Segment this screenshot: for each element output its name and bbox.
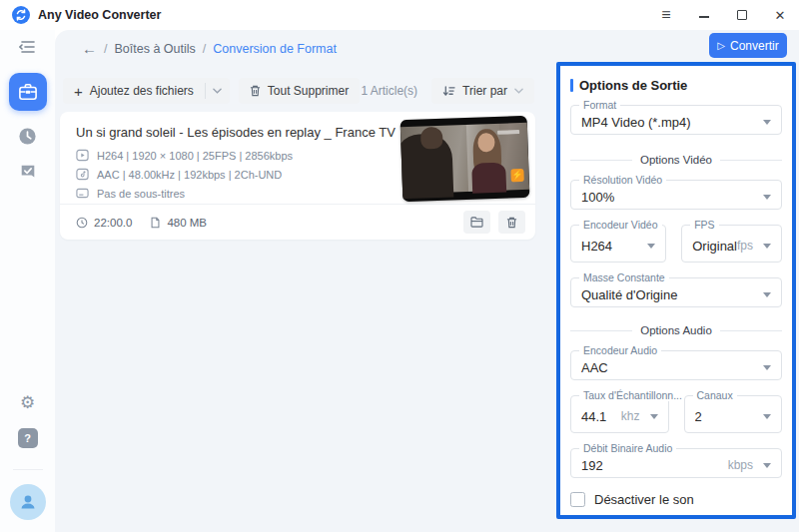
breadcrumb-separator: / <box>203 42 206 56</box>
open-folder-button[interactable] <box>463 211 490 234</box>
app-title: Any Video Converter <box>38 8 161 22</box>
app-logo-icon <box>12 6 30 24</box>
duration-item: 22:00.0 <box>76 217 132 229</box>
chevron-down-icon <box>763 195 771 200</box>
add-files-chevron-icon[interactable] <box>206 78 230 104</box>
file-card-footer: 22:00.0 480 MB <box>60 204 535 240</box>
chevron-down-icon <box>763 414 771 419</box>
fps-unit: fps <box>737 239 753 253</box>
add-files-button[interactable]: + Ajoutez des fichiers <box>63 78 205 104</box>
breadcrumb-item-conversion[interactable]: Conversion de Format <box>213 42 337 56</box>
plus-icon: + <box>74 83 83 100</box>
sidebar-collapse-icon[interactable] <box>19 40 37 57</box>
audio-icon <box>76 168 89 181</box>
chevron-down-icon <box>763 365 771 370</box>
breadcrumb-item-toolbox[interactable]: Boîtes à Outils <box>114 42 195 56</box>
maximize-icon[interactable] <box>735 8 749 22</box>
channels-select[interactable]: Canaux 2 <box>684 395 783 433</box>
video-encoder-select[interactable]: Encodeur Vidéo H264 <box>570 225 666 263</box>
sort-button[interactable]: Trier par <box>431 78 534 104</box>
clock-icon <box>76 217 88 229</box>
trash-icon <box>506 217 517 229</box>
chevron-down-icon <box>650 414 658 419</box>
play-icon: ▷ <box>717 40 725 51</box>
sidebar: ⚙ ? <box>0 30 55 532</box>
fps-select[interactable]: FPS Original fps <box>681 225 782 263</box>
breadcrumb-separator: / <box>104 42 107 56</box>
file-icon <box>150 217 161 229</box>
menu-icon[interactable]: ≡ <box>659 8 673 22</box>
sidebar-item-tasks[interactable] <box>13 157 43 187</box>
audio-options-divider: Options Audio <box>570 324 782 336</box>
add-files-label: Ajoutez des fichiers <box>90 84 194 98</box>
item-count: 1 Article(s) <box>361 84 417 98</box>
chevron-down-icon <box>763 292 771 297</box>
list-toolbar: + Ajoutez des fichiers Tout Supprimer 1 … <box>63 78 534 104</box>
close-icon[interactable]: ✕ <box>773 8 787 22</box>
bitrate-unit: kbps <box>728 458 753 472</box>
back-arrow-icon[interactable]: ← <box>82 40 97 57</box>
subtitle-icon <box>76 187 89 200</box>
chevron-down-icon <box>763 244 771 249</box>
sort-chevron-icon <box>514 88 523 94</box>
help-icon[interactable]: ? <box>13 423 43 453</box>
audio-encoder-select[interactable]: Encodeur Audio AAC <box>570 350 782 380</box>
sort-label: Trier par <box>462 84 507 98</box>
sample-rate-unit: khz <box>621 409 640 423</box>
bitrate-select[interactable]: Débit Binaire Audio 192 kbps <box>570 448 782 478</box>
sort-icon <box>442 86 455 97</box>
add-files-split-button: + Ajoutez des fichiers <box>63 78 230 104</box>
output-options-panel: Options de Sortie Format MP4 Video (*.mp… <box>556 62 796 519</box>
sidebar-item-toolbox[interactable] <box>9 73 47 111</box>
header-accent-bar <box>570 79 573 92</box>
delete-file-button[interactable] <box>498 211 525 234</box>
trash-icon <box>250 85 261 97</box>
chevron-down-icon <box>647 244 655 249</box>
user-avatar[interactable] <box>10 484 46 520</box>
video-thumbnail[interactable]: ⚡ <box>401 118 528 200</box>
breadcrumb: ← / Boîtes à Outils / Conversion de Form… <box>82 40 337 57</box>
video-icon <box>76 149 89 162</box>
mute-label: Désactiver le son <box>594 492 694 507</box>
sidebar-item-history[interactable] <box>13 121 43 151</box>
title-bar: Any Video Converter ≡ ✕ <box>0 0 799 30</box>
panel-title: Options de Sortie <box>579 78 687 93</box>
quality-select[interactable]: Masse Constante Qualité d'Origine <box>570 277 782 307</box>
mute-option[interactable]: Désactiver le son <box>570 492 782 507</box>
delete-all-button[interactable]: Tout Supprimer <box>239 78 360 104</box>
video-options-divider: Options Vidéo <box>570 154 782 166</box>
convert-button-label: Convertir <box>730 39 779 53</box>
file-card: Un si grand soleil - Les épisodes en rep… <box>60 112 535 240</box>
delete-all-label: Tout Supprimer <box>268 84 349 98</box>
folder-icon <box>470 217 483 228</box>
minimize-icon[interactable] <box>697 8 711 22</box>
settings-gear-icon[interactable]: ⚙ <box>13 387 43 417</box>
convert-button[interactable]: ▷ Convertir <box>709 33 787 58</box>
format-select[interactable]: Format MP4 Video (*.mp4) <box>570 105 782 135</box>
size-item: 480 MB <box>150 217 207 229</box>
chevron-down-icon <box>763 463 771 468</box>
sidebar-divider <box>13 469 43 470</box>
chevron-down-icon <box>763 120 771 125</box>
sample-rate-select[interactable]: Taux d'Échantillonn... 44.1 khz <box>570 395 669 433</box>
mute-checkbox[interactable] <box>570 492 585 507</box>
channel-watermark <box>497 130 519 135</box>
lightning-badge-icon: ⚡ <box>510 169 523 182</box>
resolution-select[interactable]: Résolution Vidéo 100% <box>570 180 782 210</box>
